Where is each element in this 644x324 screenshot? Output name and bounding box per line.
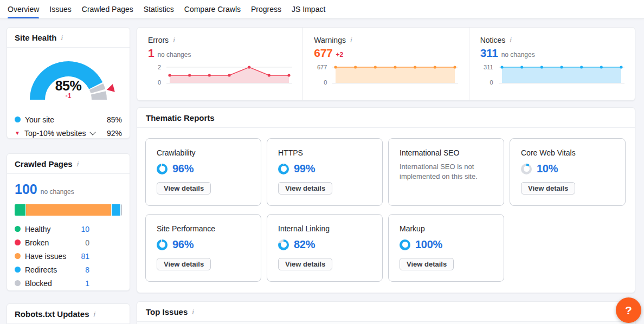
info-icon[interactable]: i <box>172 37 175 43</box>
metric-title: Notices <box>480 36 506 44</box>
metric-title: Errors <box>148 36 169 44</box>
thematic-card-title: Site Performance <box>157 224 250 233</box>
tab-progress[interactable]: Progress <box>251 0 281 18</box>
info-icon[interactable]: i <box>61 35 63 41</box>
tab-compare-crawls[interactable]: Compare Crawls <box>184 0 241 18</box>
broken-dot-icon <box>15 239 21 245</box>
thematic-card-percent: 96% <box>172 163 194 175</box>
y-axis-zero-label: 0 <box>324 79 327 86</box>
metric-change: no changes <box>501 51 535 59</box>
healthy-dot-icon <box>15 226 21 232</box>
legend-row-have-issues: Have issues81 <box>15 249 89 263</box>
gauge-chart <box>17 50 120 108</box>
score-donut-icon <box>278 239 289 250</box>
site-health-gauge: 85% -1 <box>7 48 130 111</box>
view-details-button[interactable]: View details <box>278 182 332 195</box>
metrics-strip-card: Errorsi1no changes20Warningsi677+26770No… <box>137 27 635 101</box>
thematic-card-message: International SEO is not implemented on … <box>400 162 495 182</box>
legend-count[interactable]: 8 <box>85 265 89 274</box>
thematic-card-percent: 96% <box>172 238 194 251</box>
view-details-button[interactable]: View details <box>521 182 575 195</box>
crawled-pages-stacked-bar <box>15 204 122 216</box>
bar-segment-blocked <box>121 204 122 216</box>
info-icon[interactable]: i <box>509 37 511 43</box>
crawled-pages-title: Crawled Pages <box>15 159 73 169</box>
thematic-card-site-performance: Site Performance96%View details <box>145 214 261 282</box>
legend-row-broken: Broken0 <box>15 236 89 249</box>
legend-label: Redirects <box>25 265 57 274</box>
thematic-card-percent: 100% <box>415 238 442 251</box>
metric-change: +2 <box>336 51 343 59</box>
tab-crawled-pages[interactable]: Crawled Pages <box>82 0 133 18</box>
tab-issues[interactable]: Issues <box>49 0 71 18</box>
thematic-grid: Crawlability96%View detailsHTTPS99%View … <box>137 128 635 292</box>
legend-row-your-site: Your site 85% <box>15 113 122 126</box>
legend-count[interactable]: 10 <box>81 225 89 234</box>
view-details-button[interactable]: View details <box>157 182 211 195</box>
thematic-card-title: International SEO <box>400 148 493 157</box>
legend-row-healthy: Healthy10 <box>15 222 89 236</box>
site-health-title: Site Health <box>15 33 57 42</box>
view-details-button[interactable]: View details <box>278 258 332 270</box>
info-icon[interactable]: i <box>76 161 79 167</box>
site-health-card: Site Health i 85% -1 Your site 85% ▼ Top… <box>7 27 130 139</box>
robots-txt-title: Robots.txt Updates <box>15 309 89 319</box>
score-donut-icon <box>157 164 168 174</box>
thematic-card-title: Crawlability <box>157 148 250 157</box>
legend-value: 92% <box>107 129 122 138</box>
legend-count: 0 <box>85 238 89 247</box>
thematic-card-percent: 82% <box>294 238 315 251</box>
score-donut-icon <box>278 164 289 174</box>
metric-sparkline: 3110 <box>480 64 626 86</box>
legend-count[interactable]: 81 <box>81 252 89 261</box>
redirects-dot-icon <box>15 267 21 273</box>
thematic-card-markup: Markup100%View details <box>388 214 504 282</box>
thematic-card-title: Internal Linking <box>278 224 371 233</box>
tab-js-impact[interactable]: JS Impact <box>292 0 325 18</box>
thematic-card-international-seo: International SEOInternational SEO is no… <box>388 138 504 206</box>
metric-value: 311 <box>480 47 498 60</box>
thematic-card-percent: 10% <box>537 163 558 175</box>
y-axis-max-label: 677 <box>317 64 327 70</box>
info-icon[interactable]: i <box>350 37 352 43</box>
y-axis-zero-label: 0 <box>490 79 493 86</box>
top-nav: OverviewIssuesCrawled PagesStatisticsCom… <box>0 0 644 19</box>
thematic-card-title: Markup <box>400 224 493 233</box>
tab-overview[interactable]: Overview <box>8 0 39 18</box>
info-icon[interactable]: i <box>93 311 95 317</box>
nav-tabs: OverviewIssuesCrawled PagesStatisticsCom… <box>0 0 644 18</box>
legend-count[interactable]: 1 <box>85 279 89 288</box>
metric-errors: Errorsi1no changes20 <box>137 28 302 100</box>
info-icon[interactable]: i <box>191 309 194 315</box>
bar-segment-have-issues <box>26 204 112 216</box>
thematic-card-internal-linking: Internal Linking82%View details <box>267 214 383 282</box>
crawled-pages-change: no changes <box>41 188 74 196</box>
have-issues-dot-icon <box>15 253 21 259</box>
thematic-card-percent: 99% <box>294 163 315 175</box>
robots-txt-card: Robots.txt Updates i since the last craw… <box>7 303 130 324</box>
score-donut-icon <box>157 239 168 250</box>
view-details-button[interactable]: View details <box>400 258 454 270</box>
metric-sparkline: 20 <box>148 64 294 86</box>
thematic-card-core-web-vitals: Core Web Vitals10%View details <box>510 138 626 206</box>
legend-value: 85% <box>107 115 122 124</box>
legend-label: Healthy <box>25 225 50 234</box>
thematic-card-title: Core Web Vitals <box>521 148 614 157</box>
metrics-row: Errorsi1no changes20Warningsi677+26770No… <box>137 28 635 100</box>
y-axis-max-label: 311 <box>484 64 493 70</box>
crawled-pages-legend: Healthy10Broken0Have issues81Redirects8B… <box>15 222 89 290</box>
metric-change: no changes <box>157 51 191 59</box>
metric-sparkline: 6770 <box>314 64 460 86</box>
help-button[interactable]: ? <box>616 297 641 323</box>
tab-statistics[interactable]: Statistics <box>144 0 174 18</box>
score-donut-icon <box>400 239 410 250</box>
chevron-down-icon[interactable] <box>89 129 95 135</box>
thematic-card-title: HTTPS <box>278 148 371 157</box>
metric-title: Warnings <box>314 36 346 44</box>
bar-segment-healthy <box>15 204 25 216</box>
view-details-button[interactable]: View details <box>157 258 211 270</box>
metric-value: 677 <box>314 47 332 60</box>
thematic-reports-card: Thematic Reports Crawlability96%View det… <box>137 107 635 293</box>
blocked-dot-icon <box>15 280 21 286</box>
thematic-card-crawlability: Crawlability96%View details <box>145 138 261 206</box>
